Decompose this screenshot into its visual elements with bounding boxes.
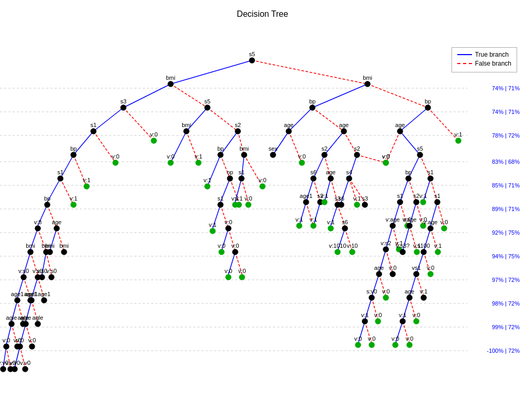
false-branch-label: False branch <box>475 60 511 67</box>
legend: True branch False branch <box>452 47 517 72</box>
legend-false-branch: False branch <box>457 60 511 67</box>
true-branch-line <box>457 54 472 55</box>
true-branch-label: True branch <box>475 51 509 58</box>
chart-title: Decision Tree <box>0 9 525 19</box>
legend-true-branch: True branch <box>457 51 511 58</box>
decision-tree-container: Decision Tree True branch False branch <box>0 0 525 420</box>
false-branch-line <box>457 63 472 64</box>
